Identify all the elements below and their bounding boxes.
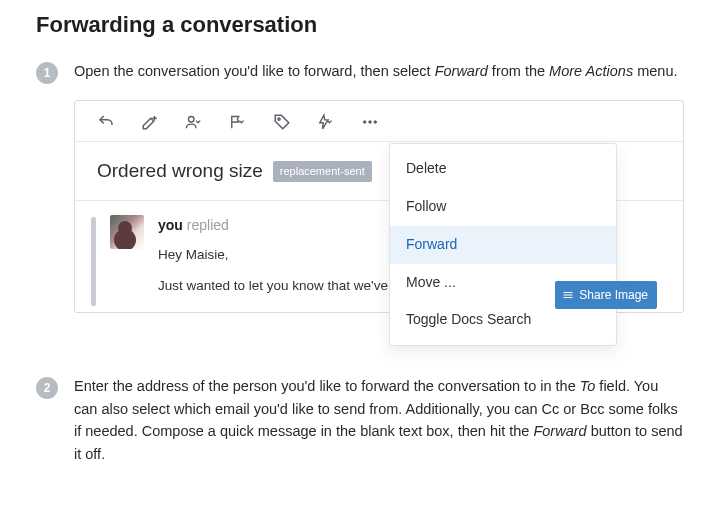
page-heading: Forwarding a conversation <box>36 12 684 38</box>
step-1-text: Open the conversation you'd like to forw… <box>74 60 684 82</box>
assign-user-icon[interactable] <box>185 113 203 131</box>
text: menu. <box>633 63 677 79</box>
svg-point-4 <box>374 121 377 124</box>
menu-item-delete[interactable]: Delete <box>390 150 616 188</box>
share-image-button[interactable]: Share Image <box>555 281 657 310</box>
text: Open the conversation you'd like to forw… <box>74 63 435 79</box>
step-1: 1 Open the conversation you'd like to fo… <box>36 60 684 313</box>
step-2-text: Enter the address of the person you'd li… <box>74 375 684 465</box>
undo-icon[interactable] <box>97 113 115 131</box>
share-image-label: Share Image <box>579 286 648 305</box>
svg-point-1 <box>278 118 280 120</box>
more-actions-menu: Delete Follow Forward Move ... Toggle Do… <box>389 143 617 345</box>
tag-icon[interactable] <box>273 113 291 131</box>
text: from the <box>488 63 549 79</box>
step-2: 2 Enter the address of the person you'd … <box>36 375 684 465</box>
status-flag-icon[interactable] <box>229 113 247 131</box>
svg-point-3 <box>369 121 372 124</box>
avatar <box>110 215 144 249</box>
thread-marker <box>91 217 96 307</box>
em-forward: Forward <box>435 63 488 79</box>
em-forward-2: Forward <box>533 423 586 439</box>
svg-point-2 <box>363 121 366 124</box>
em-more-actions: More Actions <box>549 63 633 79</box>
more-actions-icon[interactable] <box>361 113 379 131</box>
step-2-body: Enter the address of the person you'd li… <box>74 375 684 465</box>
author-you: you <box>158 217 183 233</box>
workflow-icon[interactable] <box>317 113 335 131</box>
toolbar <box>75 101 683 142</box>
step-1-body: Open the conversation you'd like to forw… <box>74 60 684 313</box>
step-badge-2: 2 <box>36 377 58 399</box>
text: Enter the address of the person you'd li… <box>74 378 580 394</box>
step-badge-1: 1 <box>36 62 58 84</box>
edit-plus-icon[interactable] <box>141 113 159 131</box>
conversation-subject: Ordered wrong size <box>97 156 263 185</box>
menu-item-follow[interactable]: Follow <box>390 188 616 226</box>
author-action: replied <box>183 217 229 233</box>
em-to: To <box>580 378 596 394</box>
app-screenshot: Ordered wrong size replacement-sent you … <box>74 100 684 313</box>
conversation-tag[interactable]: replacement-sent <box>273 161 372 182</box>
menu-item-forward[interactable]: Forward <box>390 226 616 264</box>
svg-point-0 <box>188 117 194 123</box>
